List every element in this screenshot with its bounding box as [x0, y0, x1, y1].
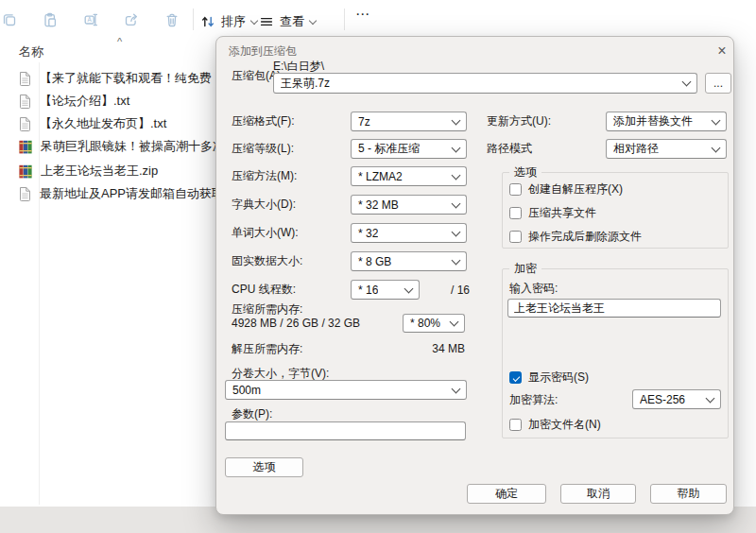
toolbar-divider — [193, 9, 194, 30]
delete-source-label: 操作完成后删除源文件 — [528, 229, 642, 245]
chevron-down-icon — [452, 255, 461, 265]
encrypt-names-checkbox[interactable]: 加密文件名(N) — [509, 417, 601, 433]
show-password-label: 显示密码(S) — [528, 370, 589, 386]
toolbar-divider — [344, 9, 345, 30]
more-options-button[interactable]: ⋯ — [355, 6, 370, 23]
column-header-name[interactable]: 名称 — [19, 43, 43, 60]
browse-button[interactable]: ... — [705, 73, 731, 94]
sort-arrows-icon — [200, 14, 215, 29]
cipher-label: 加密算法: — [509, 393, 558, 406]
checkbox-unchecked-icon — [509, 231, 522, 243]
parameters-input[interactable] — [225, 421, 466, 440]
show-password-checkbox[interactable]: 显示密码(S) — [509, 370, 589, 386]
checkbox-unchecked-icon — [509, 419, 522, 431]
solid-block-value: * 8 GB — [358, 255, 391, 268]
cipher-select[interactable]: AES-256 — [632, 389, 721, 409]
rename-icon[interactable]: A — [83, 12, 98, 27]
method-select[interactable]: * LZMA2 — [351, 166, 467, 186]
word-size-label: 单词大小(W): — [232, 226, 299, 239]
cipher-value: AES-256 — [640, 393, 685, 406]
path-mode-label: 路径模式 — [487, 142, 532, 155]
update-mode-value: 添加并替换文件 — [613, 113, 693, 129]
encrypt-names-label: 加密文件名(N) — [528, 417, 601, 433]
close-icon[interactable]: × — [712, 41, 732, 61]
memory-percent-select[interactable]: * 80% — [403, 314, 465, 333]
options-group-label: 选项 — [509, 165, 541, 180]
text-file-icon — [19, 71, 31, 86]
copy-icon[interactable] — [2, 12, 17, 27]
cancel-button[interactable]: 取消 — [560, 484, 636, 504]
checkbox-checked-icon — [509, 371, 522, 384]
list-item[interactable]: 【论坛介绍】.txt — [19, 93, 129, 110]
archive-name-combo[interactable]: 王呆萌.7z — [273, 73, 697, 94]
add-to-archive-dialog: 添加到压缩包 × 压缩包(A): E:\白日梦\ 王呆萌.7z ... 压缩格式… — [215, 36, 734, 515]
create-sfx-label: 创建自解压程序(X) — [528, 181, 623, 198]
word-size-value: * 32 — [358, 227, 378, 240]
password-label: 输入密码: — [509, 282, 558, 295]
create-sfx-checkbox[interactable]: 创建自解压程序(X) — [509, 181, 623, 198]
level-label: 压缩等级(L): — [232, 142, 294, 155]
volume-size-combo[interactable]: 500m — [225, 380, 467, 400]
word-size-select[interactable]: * 32 — [351, 223, 467, 243]
delete-source-checkbox[interactable]: 操作完成后删除源文件 — [509, 229, 642, 245]
chevron-down-icon — [712, 143, 721, 152]
view-button[interactable]: 查看 — [259, 11, 316, 32]
dictionary-value: * 32 MB — [358, 198, 399, 212]
cpu-threads-value: * 16 — [358, 284, 378, 297]
ok-button[interactable]: 确定 — [467, 484, 546, 504]
format-select[interactable]: 7z — [351, 112, 467, 131]
chevron-down-icon — [452, 198, 461, 208]
checkbox-unchecked-icon — [509, 183, 522, 196]
share-icon[interactable] — [124, 12, 139, 27]
archive-name-value: 王呆萌.7z — [281, 76, 330, 92]
method-label: 压缩方法(M): — [232, 169, 297, 182]
paste-icon[interactable] — [43, 12, 58, 27]
memory-usage-detail: 4928 MB / 26 GB / 32 GB — [232, 317, 360, 330]
chevron-down-icon — [706, 393, 715, 403]
encryption-group-label: 加密 — [509, 262, 541, 276]
level-select[interactable]: 5 - 标准压缩 — [351, 139, 467, 159]
parameters-label: 参数(P): — [232, 407, 272, 421]
text-file-icon — [19, 186, 31, 201]
volume-size-value: 500m — [232, 384, 261, 397]
help-button[interactable]: 帮助 — [650, 484, 727, 504]
chevron-down-icon — [404, 284, 414, 293]
method-value: * LZMA2 — [358, 170, 403, 183]
path-mode-select[interactable]: 相对路径 — [606, 139, 727, 159]
archive-path: E:\白日梦\ — [273, 60, 324, 73]
decompress-memory-value: 34 MB — [387, 342, 465, 355]
dictionary-select[interactable]: * 32 MB — [351, 195, 467, 215]
level-value: 5 - 标准压缩 — [358, 141, 420, 157]
dictionary-label: 字典大小(D): — [232, 198, 296, 211]
delete-icon[interactable] — [164, 12, 180, 27]
sort-label: 排序 — [221, 13, 246, 30]
password-input[interactable] — [507, 299, 721, 318]
shared-files-checkbox[interactable]: 压缩共享文件 — [509, 205, 596, 221]
update-mode-select[interactable]: 添加并替换文件 — [606, 112, 727, 131]
volume-size-label: 分卷大小，字节(V): — [232, 367, 329, 380]
path-mode-value: 相对路径 — [613, 141, 659, 157]
memory-usage-label: 压缩所需内存: — [232, 302, 302, 316]
file-name: 【论坛介绍】.txt — [40, 93, 129, 110]
format-value: 7z — [358, 115, 370, 129]
solid-block-select[interactable]: * 8 GB — [351, 251, 467, 271]
archive-file-icon — [19, 164, 32, 179]
update-mode-label: 更新方式(U): — [487, 114, 551, 128]
list-item[interactable]: 上老王论坛当老王.zip — [19, 163, 158, 180]
chevron-down-icon — [452, 227, 461, 236]
chevron-down-icon — [450, 318, 459, 327]
options-button[interactable]: 选项 — [225, 457, 303, 477]
chevron-down-icon — [682, 77, 692, 87]
list-item[interactable]: 【永久地址发布页】.txt — [19, 115, 166, 132]
shared-files-label: 压缩共享文件 — [528, 205, 596, 221]
cpu-threads-select[interactable]: * 16 — [351, 280, 420, 300]
view-label: 查看 — [280, 13, 304, 30]
text-file-icon — [19, 94, 31, 109]
chevron-down-icon — [712, 115, 721, 125]
sort-button[interactable]: 排序 — [200, 11, 257, 32]
chevron-down-icon — [250, 17, 258, 25]
view-lines-icon — [259, 14, 274, 29]
sort-ascending-icon: ^ — [117, 36, 122, 47]
cpu-threads-total: / 16 — [451, 284, 470, 297]
cpu-threads-label: CPU 线程数: — [232, 283, 296, 296]
